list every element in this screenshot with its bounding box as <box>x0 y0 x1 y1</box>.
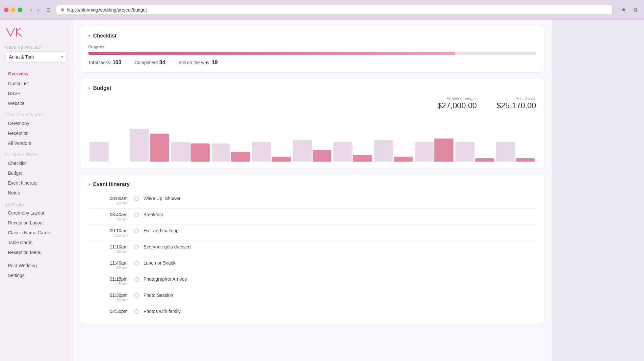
sidebar-item-table-cards[interactable]: Table Cards <box>5 238 67 247</box>
sidebar-item-guest-list[interactable]: Guest List <box>5 79 67 88</box>
sidebar: WEDDING PROJECT Anna & Tom ▾ Overview Gu… <box>0 20 72 361</box>
actual-cost-label: Actual cost: <box>497 96 536 101</box>
nav-buttons: ‹ › <box>28 6 41 13</box>
bar-budget <box>374 140 393 162</box>
checklist-header: ▾ Checklist <box>88 33 536 39</box>
time-main: 01:15pm <box>88 276 128 282</box>
bar-actual <box>353 155 372 162</box>
sidebar-item-event-itinerary[interactable]: Event Itinerary <box>5 178 67 188</box>
project-dropdown[interactable]: Anna & Tom ▾ <box>5 51 67 63</box>
sidebar-item-notes[interactable]: Notes <box>5 188 67 197</box>
sidebar-item-budget[interactable]: Budget <box>5 168 67 178</box>
maximize-button[interactable] <box>18 8 22 12</box>
planning-tools-label: PLANNING TOOLS <box>5 153 67 157</box>
time-block: 11:10am30 min <box>88 244 134 253</box>
itinerary-dot-icon <box>134 309 139 314</box>
itinerary-event-name: Lunch or Snack <box>143 260 175 266</box>
forward-button[interactable]: › <box>35 6 41 13</box>
itinerary-event-name: Hair and makeup <box>143 228 179 233</box>
time-duration: 120 min <box>88 233 128 237</box>
close-button[interactable] <box>4 8 9 12</box>
wedding-budget-value: $27,000.00 <box>437 101 477 110</box>
checklist-section: ▾ Checklist Progress Total tasks: 103 Co… <box>80 26 544 72</box>
itinerary-dot-icon <box>134 261 139 266</box>
itinerary-dot-icon <box>134 229 139 233</box>
bar-budget <box>252 142 271 162</box>
sidebar-item-ceremony[interactable]: Ceremony <box>5 119 67 128</box>
logo <box>5 26 67 40</box>
right-panel <box>552 20 644 361</box>
wedding-budget-stat: Wedding budget: $27,000.00 <box>437 96 477 110</box>
sidebar-item-ceremony-layout[interactable]: Ceremony Layout <box>5 208 67 218</box>
time-block: 11:40am20 min <box>88 260 134 270</box>
sidebar-item-all-vendors[interactable]: All Vendors <box>5 139 67 148</box>
sidebar-item-reception[interactable]: Reception <box>5 129 67 138</box>
itinerary-item: 01:15pm15 minPhotographer Arrives <box>88 273 536 289</box>
time-main: 11:10am <box>88 244 128 249</box>
sidebar-item-checklist[interactable]: Checklist <box>5 159 67 168</box>
checklist-title: Checklist <box>93 33 116 39</box>
actual-cost-stat: Actual cost: $25,170.00 <box>497 96 536 110</box>
minimize-button[interactable] <box>11 8 15 12</box>
sidebar-item-post-wedding[interactable]: Post-Wedding <box>5 261 67 270</box>
time-main: 02:30pm <box>88 309 128 314</box>
time-block: 01:30pm60 min <box>88 293 134 302</box>
bar-group <box>455 142 494 162</box>
bar-budget <box>130 129 149 162</box>
checklist-collapse-icon[interactable]: ▾ <box>88 33 90 39</box>
sidebar-item-classic-name-cards[interactable]: Classic Name Cards <box>5 228 67 237</box>
bar-actual <box>150 134 169 162</box>
bar-actual <box>231 152 250 162</box>
on-the-way-stat: Still on the way: 19 <box>178 60 218 65</box>
time-duration: 30 min <box>88 249 128 253</box>
bar-budget <box>496 142 515 162</box>
sidebar-item-overview[interactable]: Overview <box>5 69 67 78</box>
time-duration: 20 min <box>88 266 128 270</box>
sidebar-toggle-button[interactable]: ⊡ <box>44 6 53 13</box>
project-name: Anna & Tom <box>9 54 34 60</box>
time-block: 02:30pm <box>88 309 134 314</box>
progress-bar-track <box>88 52 536 55</box>
app-container: WEDDING PROJECT Anna & Tom ▾ Overview Gu… <box>0 20 644 361</box>
itinerary-event-name: Breakfast <box>143 212 163 217</box>
event-itinerary-title: Event Itinerary <box>93 181 130 187</box>
itinerary-item: 08:00am40 minWake Up, Shower <box>88 193 536 209</box>
sidebar-item-rsvp[interactable]: RSVP <box>5 89 67 98</box>
itinerary-list: 08:00am40 minWake Up, Shower08:40am30 mi… <box>88 193 536 317</box>
url-bar[interactable]: https://planning.wedding/project/budget <box>56 5 613 15</box>
sidebar-item-settings[interactable]: Settings <box>5 271 67 280</box>
bar-budget <box>415 142 434 162</box>
bar-budget <box>212 143 231 162</box>
browser-actions: ★ ⧉ <box>619 5 640 14</box>
budget-section: ▾ Budget Wedding budget: $27,000.00 Actu… <box>80 79 544 168</box>
bar-group <box>252 142 291 162</box>
time-main: 08:00am <box>88 196 128 201</box>
back-button[interactable]: ‹ <box>28 6 34 13</box>
itinerary-item: 09:10am120 minHair and makeup <box>88 225 536 241</box>
actual-cost-value: $25,170.00 <box>497 101 536 110</box>
on-the-way-label: Still on the way: <box>178 60 211 65</box>
bar-group <box>90 142 128 162</box>
sidebar-item-reception-menu[interactable]: Reception Menu <box>5 248 67 257</box>
completed-label: Completed: <box>135 60 158 65</box>
bar-budget <box>455 142 475 162</box>
time-duration: 30 min <box>88 217 128 221</box>
budget-collapse-icon[interactable]: ▾ <box>88 86 90 91</box>
sidebar-item-reception-layout[interactable]: Reception Layout <box>5 218 67 227</box>
budget-header: ▾ Budget <box>88 85 536 91</box>
itinerary-event-name: Photos with family <box>143 309 181 314</box>
bookmark-button[interactable]: ★ <box>619 5 629 14</box>
supplies-label: SUPPLIES <box>5 203 67 206</box>
time-block: 08:00am40 min <box>88 196 134 205</box>
bar-actual <box>434 139 453 162</box>
split-view-button[interactable]: ⧉ <box>631 5 640 14</box>
itinerary-dot-icon <box>134 245 139 249</box>
event-itinerary-collapse-icon[interactable]: ▾ <box>88 182 90 187</box>
time-block: 08:40am30 min <box>88 212 134 221</box>
time-duration: 40 min <box>88 201 128 205</box>
itinerary-dot-icon <box>134 213 139 217</box>
bar-actual <box>516 158 535 162</box>
time-block: 01:15pm15 min <box>88 276 134 286</box>
sidebar-item-website[interactable]: Website <box>5 99 67 108</box>
event-itinerary-header: ▾ Event Itinerary <box>88 181 536 187</box>
